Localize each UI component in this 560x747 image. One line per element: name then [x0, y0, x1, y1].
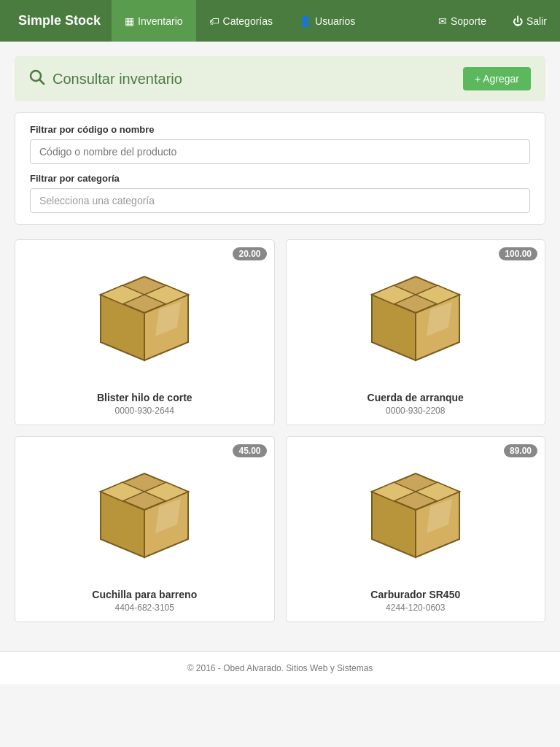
filter-code-label: Filtrar por código o nombre	[30, 124, 530, 135]
tag-icon: 🏷	[209, 15, 219, 27]
product-info-4: Carburador SR450 4244-120-0603	[287, 583, 545, 622]
brand-logo: Simple Stock	[7, 13, 112, 28]
page-title: Consultar inventario	[52, 71, 182, 88]
nav-items: ▦ Inventario 🏷 Categorías 👤 Usuarios	[112, 0, 368, 42]
footer: © 2016 - Obed Alvarado. Sitios Web y Sis…	[0, 651, 560, 684]
product-name-1: Blister hilo de corte	[24, 392, 265, 403]
nav-item-salir[interactable]: ⏻ Salir	[499, 0, 560, 42]
product-info-2: Cuerda de arranque 0000-930-2208	[287, 386, 545, 425]
product-name-2: Cuerda de arranque	[295, 392, 537, 403]
footer-text: © 2016 - Obed Alvarado. Sitios Web y Sis…	[187, 663, 373, 673]
svg-line-1	[40, 80, 44, 84]
search-icon	[29, 69, 45, 89]
product-quantity-badge-1: 20.00	[233, 247, 266, 260]
product-name-3: Cuchilla para barreno	[24, 589, 265, 600]
power-icon: ⏻	[513, 15, 523, 27]
product-code-1: 0000-930-2644	[24, 406, 265, 416]
product-image-container-2: 100.00	[287, 240, 545, 386]
grid-icon: ▦	[125, 15, 134, 27]
product-code-3: 4404-682-3105	[24, 603, 265, 613]
product-card-1[interactable]: 20.00 Blister hilo de corte 000	[15, 239, 275, 425]
filter-category-label: Filtrar por categoría	[30, 173, 530, 184]
nav-item-usuarios[interactable]: 👤 Usuarios	[286, 0, 368, 42]
product-code-4: 4244-120-0603	[295, 603, 537, 613]
navbar: Simple Stock ▦ Inventario 🏷 Categorías 👤…	[0, 0, 560, 42]
product-card-3[interactable]: 45.00 Cuchilla para barreno 4404-682-310…	[15, 436, 275, 622]
product-image-1	[86, 255, 203, 371]
user-icon: 👤	[299, 15, 311, 27]
product-image-4	[357, 452, 474, 568]
nav-item-soporte[interactable]: ✉ Soporte	[425, 0, 499, 42]
page-content: Consultar inventario + Agregar Filtrar p…	[0, 42, 560, 637]
product-image-3	[86, 452, 203, 568]
product-image-container-4: 89.00	[287, 437, 545, 583]
product-image-2	[357, 255, 474, 371]
product-quantity-badge-2: 100.00	[499, 247, 537, 260]
product-grid: 20.00 Blister hilo de corte 000	[15, 239, 545, 622]
nav-right: ✉ Soporte ⏻ Salir	[425, 0, 560, 42]
add-product-button[interactable]: + Agregar	[463, 67, 531, 90]
filter-code-input[interactable]	[30, 139, 530, 164]
product-info-1: Blister hilo de corte 0000-930-2644	[15, 386, 274, 425]
nav-item-inventario[interactable]: ▦ Inventario	[112, 0, 195, 42]
product-quantity-badge-4: 89.00	[504, 444, 537, 457]
product-card-4[interactable]: 89.00 Carburador SR450 4244-120-0603	[286, 436, 546, 622]
email-icon: ✉	[438, 15, 447, 27]
product-name-4: Carburador SR450	[295, 589, 537, 600]
page-header: Consultar inventario + Agregar	[15, 56, 545, 101]
filters-panel: Filtrar por código o nombre Filtrar por …	[15, 112, 545, 225]
nav-item-categorias[interactable]: 🏷 Categorías	[196, 0, 286, 42]
product-image-container-1: 20.00	[15, 240, 274, 386]
page-title-container: Consultar inventario	[29, 69, 182, 89]
product-card-2[interactable]: 100.00 Cuerda de arranque 0000-930-2208	[286, 239, 546, 425]
product-quantity-badge-3: 45.00	[233, 444, 266, 457]
product-info-3: Cuchilla para barreno 4404-682-3105	[15, 583, 274, 622]
product-image-container-3: 45.00	[15, 437, 274, 583]
filter-category-select[interactable]: Selecciona una categoría	[30, 188, 530, 213]
product-code-2: 0000-930-2208	[295, 406, 537, 416]
